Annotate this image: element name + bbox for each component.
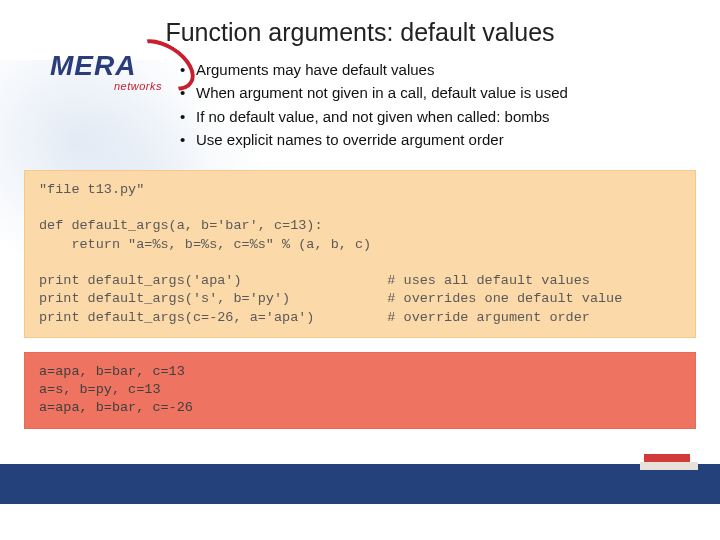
list-item: Use explicit names to override argument … [180, 128, 568, 151]
list-item: When argument not given in a call, defau… [180, 81, 568, 104]
logo-text: MERA [50, 50, 136, 81]
code-output-block: a=apa, b=bar, c=13 a=s, b=py, c=13 a=apa… [24, 352, 696, 429]
code-source-block: "file t13.py" def default_args(a, b='bar… [24, 170, 696, 338]
bullet-list: Arguments may have default values When a… [180, 58, 568, 151]
page-title: Function arguments: default values [0, 18, 720, 47]
footer-accent-gray [640, 462, 698, 470]
list-item: If no default value, and not given when … [180, 105, 568, 128]
logo-main: MERA [50, 50, 162, 82]
logo: MERA networks [50, 50, 162, 92]
footer-bar [0, 464, 720, 504]
list-item: Arguments may have default values [180, 58, 568, 81]
